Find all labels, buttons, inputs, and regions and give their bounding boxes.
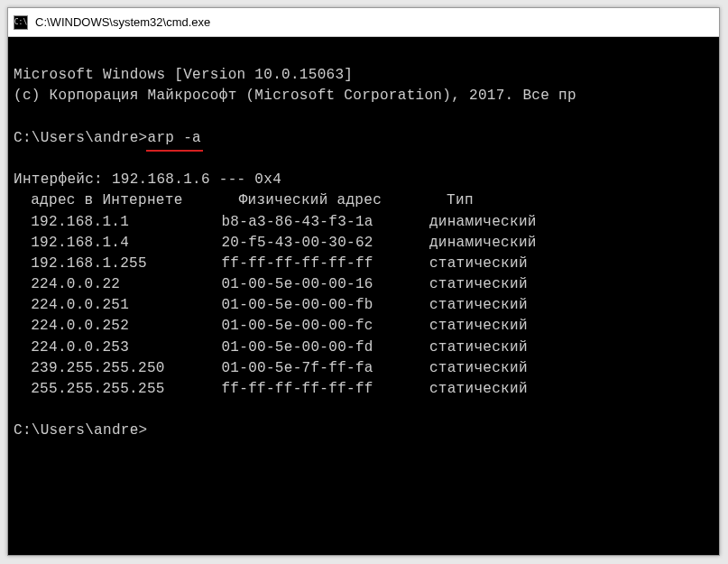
- interface-line: Интерфейс: 192.168.1.6 --- 0x4: [14, 171, 281, 188]
- header-mac: Физический адрес: [221, 190, 429, 211]
- banner-line1: Microsoft Windows [Version 10.0.15063]: [14, 67, 353, 83]
- terminal-output[interactable]: Microsoft Windows [Version 10.0.15063] (…: [8, 37, 719, 555]
- arp-ip: 255.255.255.255: [14, 379, 221, 400]
- arp-table-header: адрес в ИнтернетеФизический адресТип: [14, 190, 714, 211]
- arp-ip: 192.168.1.1: [14, 212, 221, 233]
- arp-mac: 01-00-5e-00-00-fc: [221, 316, 429, 337]
- arp-table-row: 224.0.0.25301-00-5e-00-00-fdстатический: [14, 337, 714, 358]
- arp-ip: 224.0.0.22: [14, 274, 221, 295]
- arp-type: статический: [429, 337, 714, 358]
- arp-mac: 01-00-5e-7f-ff-fa: [221, 358, 429, 379]
- arp-table-row: 192.168.1.255ff-ff-ff-ff-ff-ffстатически…: [14, 254, 714, 274]
- banner-line2: (с) Корпорация Майкрософт (Microsoft Cor…: [14, 88, 576, 104]
- arp-table-row: 255.255.255.255ff-ff-ff-ff-ff-ffстатичес…: [14, 379, 714, 400]
- arp-ip: 224.0.0.252: [14, 316, 221, 337]
- arp-mac: b8-a3-86-43-f3-1a: [221, 212, 429, 233]
- arp-type: статический: [429, 358, 714, 379]
- header-ip: адрес в Интернете: [14, 190, 221, 211]
- arp-mac: ff-ff-ff-ff-ff-ff: [221, 379, 429, 400]
- cmd-icon: C:\: [14, 15, 28, 30]
- arp-mac: 01-00-5e-00-00-fb: [221, 295, 429, 316]
- arp-type: статический: [429, 295, 714, 316]
- cmd-window: C:\ C:\WINDOWS\system32\cmd.exe Microsof…: [7, 7, 720, 556]
- arp-ip: 224.0.0.251: [14, 295, 221, 316]
- arp-type: статический: [429, 379, 714, 400]
- entered-command: arp -a: [148, 128, 201, 149]
- prompt-path: C:\Users\andre>: [14, 130, 148, 146]
- arp-table-row: 239.255.255.25001-00-5e-7f-ff-faстатичес…: [14, 358, 714, 379]
- header-type: Тип: [429, 190, 714, 211]
- window-title: C:\WINDOWS\system32\cmd.exe: [35, 15, 210, 29]
- arp-type: статический: [429, 254, 714, 274]
- arp-mac: ff-ff-ff-ff-ff-ff: [221, 254, 429, 274]
- arp-table-row: 224.0.0.25101-00-5e-00-00-fbстатический: [14, 295, 714, 316]
- arp-mac: 01-00-5e-00-00-fd: [221, 337, 429, 358]
- prompt-path-2: C:\Users\andre>: [14, 422, 148, 439]
- arp-table-row: 224.0.0.2201-00-5e-00-00-16статический: [14, 274, 714, 295]
- arp-mac: 01-00-5e-00-00-16: [221, 274, 429, 295]
- arp-type: динамический: [429, 233, 714, 254]
- arp-ip: 192.168.1.4: [14, 233, 221, 254]
- arp-table-row: 192.168.1.420-f5-43-00-30-62динамический: [14, 233, 714, 254]
- titlebar[interactable]: C:\ C:\WINDOWS\system32\cmd.exe: [8, 8, 719, 37]
- arp-table-row: 224.0.0.25201-00-5e-00-00-fcстатический: [14, 316, 714, 337]
- arp-ip: 239.255.255.250: [14, 358, 221, 379]
- arp-table-row: 192.168.1.1b8-a3-86-43-f3-1aдинамический: [14, 212, 714, 233]
- arp-type: динамический: [429, 212, 714, 233]
- arp-mac: 20-f5-43-00-30-62: [221, 233, 429, 254]
- arp-type: статический: [429, 274, 714, 295]
- arp-ip: 224.0.0.253: [14, 337, 221, 358]
- arp-type: статический: [429, 316, 714, 337]
- arp-ip: 192.168.1.255: [14, 254, 221, 274]
